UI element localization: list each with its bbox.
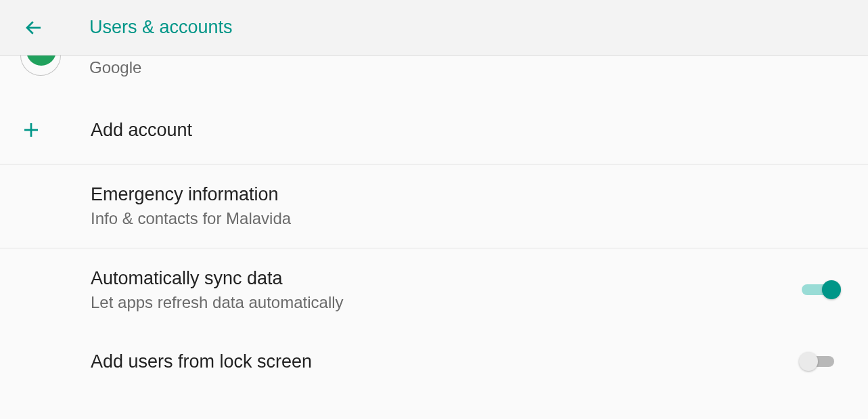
- account-provider-label: Google: [89, 58, 141, 77]
- lock-screen-users-item[interactable]: Add users from lock screen: [0, 332, 868, 386]
- lock-screen-users-toggle[interactable]: [802, 351, 838, 372]
- toolbar-title: Users & accounts: [89, 17, 233, 38]
- toolbar: Users & accounts: [0, 0, 868, 56]
- emergency-info-item[interactable]: Emergency information Info & contacts fo…: [0, 164, 868, 248]
- auto-sync-title: Automatically sync data: [91, 266, 802, 290]
- plus-icon: [20, 119, 42, 141]
- add-account-item[interactable]: Add account: [0, 96, 868, 164]
- content: Google Add account Emergency information…: [0, 56, 868, 386]
- auto-sync-toggle[interactable]: [802, 279, 838, 301]
- add-account-label: Add account: [91, 120, 192, 141]
- account-item[interactable]: Google: [0, 56, 868, 96]
- auto-sync-item[interactable]: Automatically sync data Let apps refresh…: [0, 248, 868, 332]
- back-arrow-icon[interactable]: [22, 16, 46, 40]
- emergency-info-title: Emergency information: [91, 182, 846, 206]
- lock-screen-users-title: Add users from lock screen: [91, 349, 802, 374]
- account-avatar-icon: [20, 56, 61, 76]
- emergency-info-subtitle: Info & contacts for Malavida: [91, 208, 846, 229]
- auto-sync-subtitle: Let apps refresh data automatically: [91, 292, 802, 313]
